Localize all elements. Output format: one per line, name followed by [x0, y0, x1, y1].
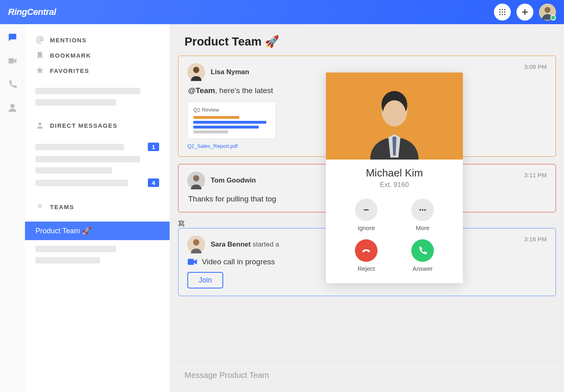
more-button[interactable]: More	[394, 199, 451, 231]
caller-image	[358, 83, 431, 160]
attachment-card[interactable]: Q2 Review	[187, 102, 276, 139]
sidebar-direct-messages[interactable]: DIRECT MESSAGES	[35, 118, 159, 133]
content-area: Product Team 🚀 3:09 PM Lisa Nyman @Team,…	[170, 24, 564, 392]
svg-point-13	[10, 104, 15, 108]
rail-messages[interactable]	[6, 31, 19, 44]
avatar-icon	[187, 63, 205, 81]
unread-badge: 4	[148, 178, 159, 187]
new-button[interactable]	[516, 4, 533, 21]
rail-contacts[interactable]	[6, 102, 19, 114]
svg-point-29	[419, 209, 421, 211]
list-item[interactable]	[25, 243, 170, 255]
svg-point-20	[193, 67, 199, 73]
sidebar-dm-label: DIRECT MESSAGES	[50, 122, 118, 129]
reject-button[interactable]: Reject	[338, 239, 394, 272]
svg-point-12	[545, 7, 551, 13]
svg-point-7	[502, 14, 503, 15]
caller-extension: Ext. 9160	[326, 181, 463, 189]
sidebar-teams-label: TEAMS	[50, 203, 74, 210]
sidebar-team-product[interactable]: Product Team 🚀	[25, 222, 170, 240]
avatar-icon	[187, 172, 205, 189]
video-icon	[7, 56, 18, 66]
person-icon	[35, 121, 44, 130]
user-avatar[interactable]	[539, 4, 556, 21]
incoming-call-card: Michael Kim Ext. 9160 Ignore More Reject	[326, 73, 463, 283]
message-author: Tom Goodwin	[211, 176, 256, 185]
hangup-icon	[361, 245, 371, 256]
sidebar-mentions[interactable]: MENTIONS	[35, 32, 159, 48]
svg-point-3	[499, 11, 500, 12]
join-button[interactable]: Join	[187, 272, 223, 288]
list-item[interactable]	[25, 153, 170, 165]
unread-badge: 1	[148, 143, 159, 151]
list-item[interactable]	[25, 85, 170, 97]
svg-point-18	[39, 207, 41, 208]
svg-rect-25	[188, 259, 194, 265]
list-item[interactable]	[25, 165, 170, 176]
avatar-icon	[187, 236, 205, 253]
plus-icon	[521, 8, 529, 16]
list-item[interactable]	[25, 97, 170, 108]
list-item[interactable]: 4	[25, 176, 170, 189]
message-author: Lisa Nyman	[211, 68, 249, 76]
list-item[interactable]: 1	[25, 140, 170, 153]
message-time: 3:09 PM	[524, 63, 547, 70]
svg-point-24	[193, 239, 199, 245]
rail-phone[interactable]	[6, 78, 19, 90]
mention: @Team	[188, 86, 215, 95]
avatar-icon	[539, 4, 556, 21]
answer-button[interactable]: Answer	[394, 239, 451, 272]
list-item[interactable]	[25, 255, 170, 266]
svg-point-8	[504, 14, 505, 15]
sidebar-bookmark[interactable]: BOOKMARK	[35, 48, 159, 63]
phone-icon	[8, 79, 17, 89]
more-icon	[418, 205, 427, 214]
channel-title: Product Team 🚀	[185, 35, 549, 48]
rail-video[interactable]	[6, 55, 19, 67]
dialpad-button[interactable]	[494, 4, 511, 21]
sidebar: MENTIONS BOOKMARK FAVORITES DIRECT MESSA…	[25, 24, 170, 392]
attachment-title: Q2 Review	[193, 107, 270, 113]
header-actions	[494, 4, 556, 21]
dialpad-icon	[498, 8, 506, 16]
svg-point-22	[193, 175, 199, 181]
video-icon	[187, 257, 198, 266]
ignore-button[interactable]: Ignore	[338, 199, 394, 231]
svg-point-2	[504, 9, 505, 10]
sidebar-favorites-label: FAVORITES	[50, 67, 89, 74]
sidebar-teams[interactable]: TEAMS	[35, 199, 159, 214]
nav-rail	[0, 24, 25, 392]
avatar[interactable]	[187, 236, 205, 253]
svg-point-31	[424, 209, 426, 211]
channel-header: Product Team 🚀	[170, 24, 564, 56]
message-time: 3:11 PM	[524, 172, 547, 178]
phone-icon	[418, 246, 427, 255]
at-icon	[35, 35, 44, 44]
svg-point-17	[39, 204, 41, 205]
avatar[interactable]	[187, 63, 205, 81]
svg-point-16	[41, 205, 42, 207]
bookmark-icon	[35, 51, 44, 60]
svg-point-30	[422, 209, 423, 211]
chat-icon	[7, 32, 18, 43]
caller-name: Michael Kim	[326, 167, 463, 179]
svg-point-14	[38, 122, 41, 125]
message-time: 3:16 PM	[524, 236, 547, 243]
sidebar-mentions-label: MENTIONS	[50, 37, 87, 44]
svg-point-6	[499, 14, 500, 15]
avatar[interactable]	[187, 172, 205, 189]
composer-placeholder: Message Product Team	[185, 371, 269, 380]
sidebar-bookmark-label: BOOKMARK	[50, 52, 91, 59]
message-composer[interactable]: Message Product Team	[170, 361, 564, 392]
teams-icon	[35, 202, 44, 211]
svg-point-15	[38, 205, 39, 207]
minus-icon	[362, 205, 371, 214]
message-author-line: Sara Bennet started a	[211, 241, 279, 249]
svg-point-4	[502, 11, 503, 12]
sidebar-favorites[interactable]: FAVORITES	[35, 63, 159, 78]
svg-point-5	[504, 11, 505, 12]
sidebar-team-label: Product Team 🚀	[35, 227, 91, 235]
star-icon	[35, 66, 44, 75]
person-icon	[7, 102, 18, 113]
caller-photo	[326, 73, 463, 160]
